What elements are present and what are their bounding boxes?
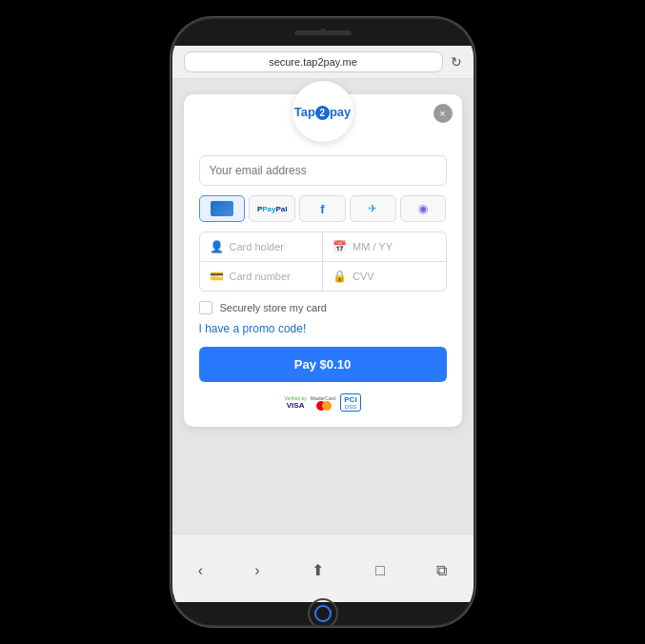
pay-button[interactable]: Pay $0.10: [199, 347, 447, 382]
card-number-field[interactable]: 💳 Card number: [200, 262, 324, 291]
cvv-field[interactable]: 🔒 CVV: [323, 262, 446, 291]
logo-circle: Tap2pay: [292, 81, 353, 142]
forward-button[interactable]: ›: [247, 558, 267, 583]
back-button[interactable]: ‹: [191, 558, 211, 583]
logo-tap: Tap: [294, 105, 315, 119]
close-button[interactable]: ×: [433, 104, 453, 123]
card-number-placeholder: Card number: [230, 271, 291, 282]
promo-code-link[interactable]: I have a promo code!: [199, 322, 447, 335]
verified-by-visa-badge: Verified by VISA: [284, 395, 306, 410]
share-button[interactable]: ⬆: [304, 557, 332, 583]
payment-methods: PPayPal f ✈ ◉: [199, 195, 447, 222]
phone-screen: secure.tap2pay.me ↻ × Tap2pay: [172, 46, 474, 602]
card-icon: [211, 201, 233, 216]
pm-viber-button[interactable]: ◉: [400, 195, 447, 222]
logo-wrapper: Tap2pay: [199, 81, 447, 142]
expiry-placeholder: MM / YY: [353, 241, 393, 252]
lock-icon: 🔒: [333, 270, 347, 283]
calendar-icon: 📅: [333, 240, 347, 253]
card-row-top: 👤 Card holder 📅 MM / YY: [200, 232, 446, 262]
phone-chin: [172, 602, 474, 625]
home-button-inner: [314, 605, 332, 622]
browser-nav: ‹ › ⬆ □ ⧉: [172, 534, 474, 602]
home-button[interactable]: [308, 598, 338, 627]
phone-camera: [319, 29, 326, 35]
secure-store-checkbox[interactable]: [199, 301, 212, 314]
bookmarks-button[interactable]: □: [368, 558, 393, 583]
tabs-button[interactable]: ⧉: [429, 558, 454, 583]
cvv-placeholder: CVV: [353, 271, 374, 282]
card-row-bottom: 💳 Card number 🔒 CVV: [200, 262, 446, 291]
phone-top: [172, 19, 474, 46]
logo-num: 2: [315, 106, 330, 120]
logo: Tap2pay: [294, 103, 352, 120]
pm-telegram-button[interactable]: ✈: [350, 195, 396, 222]
pm-card-button[interactable]: [199, 195, 246, 222]
phone-frame: secure.tap2pay.me ↻ × Tap2pay: [171, 17, 475, 627]
telegram-icon: ✈: [368, 202, 377, 215]
facebook-icon: f: [320, 202, 324, 216]
browser-bottom: ‹ › ⬆ □ ⧉: [172, 533, 474, 602]
expiry-field[interactable]: 📅 MM / YY: [323, 232, 446, 261]
card-fields: 👤 Card holder 📅 MM / YY 💳 Card number: [199, 231, 447, 292]
logo-pay: pay: [330, 105, 351, 119]
secure-store-label: Securely store my card: [220, 302, 327, 313]
card-holder-placeholder: Card holder: [230, 241, 284, 252]
secure-store-row: Securely store my card: [199, 301, 447, 314]
mastercard-securecode-badge: MasterCard.: [311, 395, 337, 411]
pm-paypal-button[interactable]: PPayPal: [249, 195, 295, 222]
pci-dss-badge: PCI DSS: [340, 393, 360, 412]
viber-icon: ◉: [418, 202, 428, 215]
paypal-logo: PPayPal: [257, 205, 288, 213]
card-number-icon: 💳: [210, 270, 224, 283]
page-content: × Tap2pay: [172, 79, 474, 533]
security-badges: Verified by VISA MasterCard. PCI DSS: [199, 393, 447, 412]
person-icon: 👤: [210, 240, 224, 253]
reload-button[interactable]: ↻: [451, 54, 462, 70]
browser-bar: secure.tap2pay.me ↻: [172, 46, 474, 79]
payment-card: × Tap2pay: [184, 94, 462, 427]
pm-facebook-button[interactable]: f: [299, 195, 346, 222]
card-holder-field[interactable]: 👤 Card holder: [200, 232, 324, 261]
email-input[interactable]: [199, 155, 447, 186]
url-bar[interactable]: secure.tap2pay.me: [184, 51, 443, 72]
